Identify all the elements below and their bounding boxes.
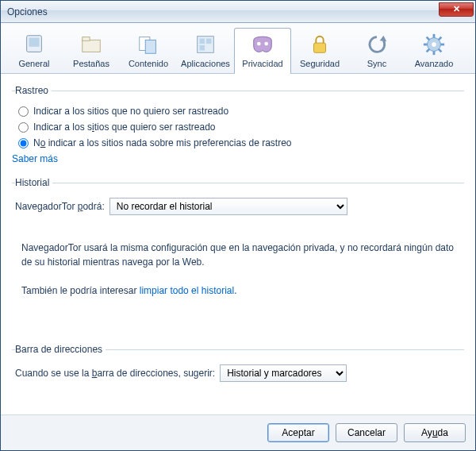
svg-point-10 xyxy=(257,42,261,46)
radio-label: Indicar a los sitios que no quiero ser r… xyxy=(33,106,228,117)
locationbar-suggest-select[interactable]: Historial y marcadores xyxy=(220,364,347,382)
svg-rect-9 xyxy=(200,45,205,51)
tracking-opt-no-pref[interactable]: No indicar a los sitios nada sobre mis p… xyxy=(18,137,461,148)
lock-icon xyxy=(307,32,332,57)
svg-rect-3 xyxy=(83,37,90,41)
svg-rect-5 xyxy=(145,40,155,53)
locationbar-suggest-row: Cuando se use la barra de direcciones, s… xyxy=(15,364,461,382)
tabs-icon xyxy=(79,32,104,57)
tab-label: General xyxy=(8,59,60,68)
history-desc-2: También le podría interesar limpiar todo… xyxy=(21,283,455,298)
cancel-button[interactable]: Cancelar xyxy=(336,423,397,442)
window-title: Opciones xyxy=(7,6,439,17)
tab-label: Aplicaciones xyxy=(179,59,232,68)
radio-dnt-no[interactable] xyxy=(18,106,29,117)
tab-toolbar: General Pestañas Contenido Aplicaciones … xyxy=(1,23,475,74)
tab-label: Sync xyxy=(351,59,403,68)
svg-point-11 xyxy=(264,42,268,46)
radio-dnt-yes[interactable] xyxy=(18,122,29,133)
tracking-opt-do-not-track[interactable]: Indicar a los sitios que no quiero ser r… xyxy=(18,106,461,117)
gear-icon xyxy=(421,32,447,57)
tab-contenido[interactable]: Contenido xyxy=(120,28,177,73)
svg-rect-1 xyxy=(29,38,39,47)
mask-icon xyxy=(250,32,275,57)
tab-label: Pestañas xyxy=(65,59,117,68)
svg-rect-2 xyxy=(83,40,101,52)
history-mode-row: NavegadorTor podrá: No recordar el histo… xyxy=(15,198,461,215)
history-group: Historial NavegadorTor podrá: No recorda… xyxy=(12,177,464,336)
radio-label: No indicar a los sitios nada sobre mis p… xyxy=(33,137,292,148)
svg-rect-8 xyxy=(206,39,212,44)
tab-label: Contenido xyxy=(122,59,175,68)
tab-label: Seguridad xyxy=(294,59,346,68)
radio-label: Indicar a los sitios que quiero ser rast… xyxy=(33,121,215,133)
radio-dnt-none[interactable] xyxy=(18,138,29,148)
learn-more-link[interactable]: Saber más xyxy=(12,153,58,164)
tab-sync[interactable]: Sync xyxy=(348,28,405,73)
tab-label: Privacidad xyxy=(236,59,289,68)
tab-seguridad[interactable]: Seguridad xyxy=(291,28,348,73)
tab-label: Avanzado xyxy=(408,59,460,68)
locationbar-legend: Barra de direcciones xyxy=(15,344,106,355)
dialog-footer: Aceptar Cancelar Ayuda xyxy=(1,414,475,450)
tracking-opt-allow-track[interactable]: Indicar a los sitios que quiero ser rast… xyxy=(18,121,461,133)
options-dialog: Opciones ✕ General Pestañas Contenido xyxy=(0,0,476,451)
tab-aplicaciones[interactable]: Aplicaciones xyxy=(177,28,234,73)
locationbar-group: Barra de direcciones Cuando se use la ba… xyxy=(12,344,464,388)
tracking-legend: Rastreo xyxy=(15,85,52,96)
history-legend: Historial xyxy=(15,177,52,188)
content-icon xyxy=(136,32,161,57)
titlebar[interactable]: Opciones ✕ xyxy=(1,1,475,23)
svg-point-15 xyxy=(432,42,436,47)
clear-history-link[interactable]: limpiar todo el historial xyxy=(140,285,234,296)
history-mode-label: NavegadorTor podrá: xyxy=(15,201,105,212)
screen-icon xyxy=(21,32,47,57)
svg-line-23 xyxy=(427,49,430,52)
tab-avanzado[interactable]: Avanzado xyxy=(405,28,463,73)
applications-icon xyxy=(193,32,218,57)
svg-line-20 xyxy=(427,37,430,40)
help-button[interactable]: Ayuda xyxy=(404,423,466,442)
history-mode-select[interactable]: No recordar el historial xyxy=(109,198,347,215)
tab-pestanas[interactable]: Pestañas xyxy=(63,28,120,73)
svg-rect-7 xyxy=(200,39,205,44)
accept-button[interactable]: Aceptar xyxy=(267,423,329,442)
history-description: NavegadorTor usará la misma configuració… xyxy=(21,241,455,298)
tab-privacidad[interactable]: Privacidad xyxy=(234,28,291,73)
tab-general[interactable]: General xyxy=(6,28,63,73)
svg-line-21 xyxy=(439,49,442,52)
locationbar-suggest-label: Cuando se use la barra de direcciones, s… xyxy=(15,368,215,379)
history-desc-1: NavegadorTor usará la misma configuració… xyxy=(21,241,455,269)
tracking-group: Rastreo Indicar a los sitios que no quie… xyxy=(12,85,464,169)
close-button[interactable]: ✕ xyxy=(439,2,474,17)
svg-rect-12 xyxy=(314,43,326,52)
content-area: Rastreo Indicar a los sitios que no quie… xyxy=(1,74,475,414)
svg-marker-13 xyxy=(380,36,386,42)
sync-icon xyxy=(364,32,390,57)
svg-line-22 xyxy=(439,37,442,40)
